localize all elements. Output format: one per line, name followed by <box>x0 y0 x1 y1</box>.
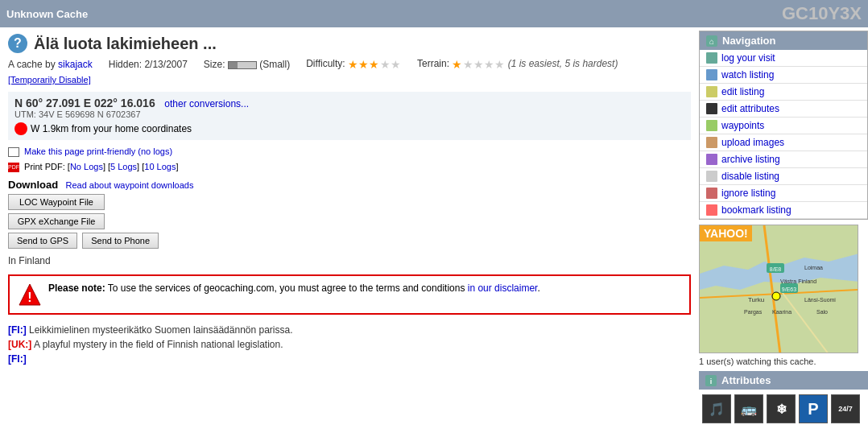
description: [FI:] Leikkimielinen mysteerikätko Suome… <box>8 323 691 366</box>
watchers-text: 1 user(s) watching this cache. <box>699 357 868 366</box>
pdf-5logs-link[interactable]: 5 Logs <box>110 162 137 171</box>
download-section: Download Read about waypoint downloads L… <box>8 179 691 249</box>
svg-text:Länsi-Suomi: Länsi-Suomi <box>804 297 836 303</box>
cache-title-row: ? Älä luota lakimieheen ... <box>8 34 691 53</box>
svg-rect-4 <box>706 52 717 64</box>
attr-header: i Attributes <box>699 371 868 390</box>
attr-snow-badge: ❄ <box>767 394 796 423</box>
home-icon: ⌂ <box>706 35 717 47</box>
nav-archive-listing[interactable]: archive listing <box>700 151 867 168</box>
desc-fi2: [FI:] <box>8 352 691 366</box>
waypoint-download-link[interactable]: Read about waypoint downloads <box>65 180 193 190</box>
utm-line: UTM: 34V E 569698 N 6702367 <box>14 109 684 119</box>
svg-point-33 <box>772 292 780 300</box>
svg-rect-13 <box>706 204 717 216</box>
attr-bus-badge: 🚌 <box>734 394 763 423</box>
nav-log-visit[interactable]: log your visit <box>700 50 867 67</box>
bookmark-listing-icon <box>706 204 717 216</box>
terrain-label: Terrain: ★★★★★ (1 is easiest, 5 is harde… <box>417 58 618 71</box>
compass-icon <box>14 122 27 135</box>
svg-rect-6 <box>706 86 717 97</box>
cache-type-icon: ? <box>8 34 27 53</box>
attributes-icon: i <box>705 375 717 386</box>
nav-upload-images[interactable]: upload images <box>700 134 867 151</box>
warning-text: Please note: To use the services of geoc… <box>48 282 540 294</box>
svg-text:Turku: Turku <box>748 296 764 303</box>
warning-box: ! Please note: To use the services of ge… <box>8 274 691 315</box>
svg-rect-5 <box>706 69 717 80</box>
warning-icon: ! <box>18 282 42 307</box>
nav-disable-listing[interactable]: disable listing <box>700 168 867 185</box>
print-friendly-link[interactable]: Make this page print-friendly (no logs) <box>24 146 172 156</box>
attr-music-badge: 🎵 <box>702 394 731 423</box>
author-link[interactable]: sikajack <box>58 59 93 70</box>
disclaimer-link[interactable]: in our disclaimer <box>468 282 538 294</box>
yahoo-logo: YAHOO! <box>700 225 752 241</box>
print-section: Make this page print-friendly (no logs) <box>8 146 691 157</box>
svg-text:Salo: Salo <box>816 309 828 315</box>
gpx-exchange-button[interactable]: GPX eXchange File <box>8 213 105 229</box>
pdf-icon: PDF <box>8 163 19 172</box>
nav-header: ⌂ Navigation <box>700 31 867 50</box>
svg-text:Västra Finland: Västra Finland <box>780 278 816 284</box>
location-label: In Finland <box>8 255 691 266</box>
edit-listing-icon <box>706 86 717 97</box>
attributes-section: i Attributes 🎵 🚌 ❄ P 24/7 <box>699 371 868 428</box>
svg-rect-12 <box>706 188 717 199</box>
svg-text:i: i <box>710 377 713 386</box>
svg-rect-8 <box>706 120 717 131</box>
coords-section: N 60° 27.091 E 022° 16.016 other convers… <box>8 92 691 140</box>
log-visit-icon <box>706 52 717 64</box>
send-phone-button[interactable]: Send to Phone <box>82 233 159 249</box>
pdf-section: PDF Print PDF: [No Logs] [5 Logs] [10 Lo… <box>8 162 691 172</box>
send-gps-button[interactable]: Send to GPS <box>8 233 77 249</box>
print-icon <box>8 147 19 157</box>
sidebar: ⌂ Navigation log your visit watch listin… <box>699 27 868 431</box>
nav-bookmark-listing[interactable]: bookmark listing <box>700 202 867 219</box>
svg-text:8/E8: 8/E8 <box>770 266 782 272</box>
cache-type-label: Unknown Cache <box>6 8 88 20</box>
svg-text:Pargas: Pargas <box>744 309 763 315</box>
rating-note: (1 is easiest, 5 is hardest) <box>508 58 618 69</box>
waypoints-icon <box>706 120 717 131</box>
pdf-nologs-link[interactable]: No Logs <box>70 162 103 171</box>
svg-rect-10 <box>706 154 717 165</box>
nav-waypoints[interactable]: waypoints <box>700 118 867 134</box>
attr-icons: 🎵 🚌 ❄ P 24/7 <box>699 390 868 428</box>
cache-meta: A cache by sikajack Hidden: 2/13/2007 Si… <box>8 58 691 71</box>
attr-247-badge: 24/7 <box>831 394 860 423</box>
terrain-stars: ★★★★★ <box>452 58 505 71</box>
pdf-10logs-link[interactable]: 10 Logs <box>144 162 176 171</box>
nav-edit-attributes[interactable]: edit attributes <box>700 101 867 118</box>
home-dist: W 1.9km from your home coordinates <box>14 122 684 135</box>
size-label: Size: (Small) <box>204 59 290 70</box>
desc-uk: [UK:] A playful mystery in the field of … <box>8 337 691 352</box>
svg-rect-11 <box>706 171 717 182</box>
gc-code: GC10Y3X <box>782 3 862 24</box>
svg-rect-9 <box>706 137 717 148</box>
temp-disable-link[interactable]: [Temporarily Disable] <box>8 75 91 85</box>
edit-attributes-icon <box>706 103 717 114</box>
author-label: A cache by sikajack <box>8 59 93 70</box>
other-conversions-link[interactable]: other conversions... <box>164 98 249 109</box>
difficulty-stars: ★★★★★ <box>348 58 401 71</box>
svg-rect-7 <box>706 103 717 114</box>
upload-images-icon <box>706 137 717 148</box>
disable-listing-icon <box>706 171 717 182</box>
ignore-listing-icon <box>706 188 717 199</box>
hidden-label: Hidden: 2/13/2007 <box>109 59 188 70</box>
map-container: Loimaa 9/E63 Turku Länsi-Suomi 8/E8 Kaar… <box>699 225 858 353</box>
map-svg: Loimaa 9/E63 Turku Länsi-Suomi 8/E8 Kaar… <box>700 225 858 353</box>
svg-text:9/E63: 9/E63 <box>782 287 796 292</box>
nav-section: ⌂ Navigation log your visit watch listin… <box>699 31 868 220</box>
cache-title: Älä luota lakimieheen ... <box>34 35 217 53</box>
watch-listing-icon <box>706 69 717 80</box>
desc-fi: [FI:] Leikkimielinen mysteerikätko Suome… <box>8 323 691 337</box>
nav-ignore-listing[interactable]: ignore listing <box>700 185 867 202</box>
loc-waypoint-button[interactable]: LOC Waypoint File <box>8 194 105 210</box>
svg-text:Kaarina: Kaarina <box>772 309 792 315</box>
nav-watch-listing[interactable]: watch listing <box>700 67 867 84</box>
size-bar <box>228 61 257 69</box>
download-title: Download <box>8 179 58 191</box>
nav-edit-listing[interactable]: edit listing <box>700 84 867 101</box>
